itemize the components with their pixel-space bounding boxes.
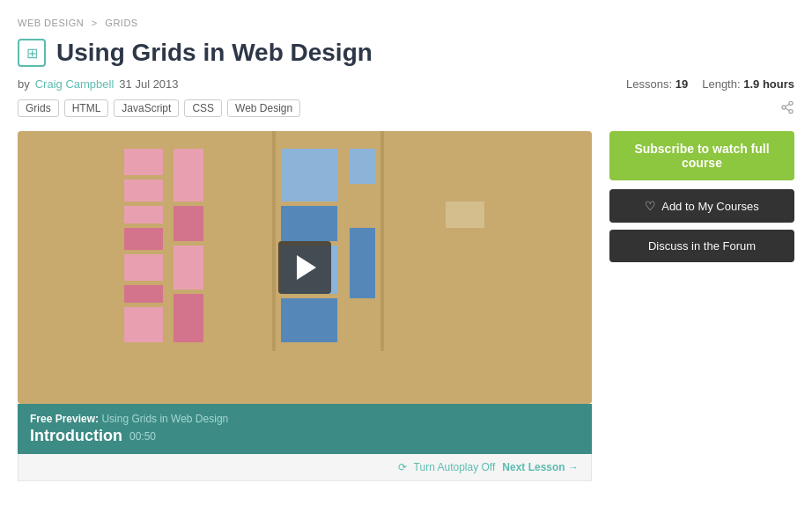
discuss-forum-button[interactable]: Discuss in the Forum bbox=[609, 230, 794, 262]
by-label: by bbox=[18, 77, 30, 91]
svg-rect-14 bbox=[124, 307, 163, 342]
meta-right: Lessons: 19 Length: 1.9 hours bbox=[626, 77, 794, 91]
svg-rect-30 bbox=[350, 228, 375, 298]
svg-rect-22 bbox=[272, 131, 276, 351]
video-info-bar: Free Preview: Using Grids in Web Design … bbox=[18, 404, 592, 454]
autoplay-bar: ⟳ Turn Autoplay Off Next Lesson → bbox=[18, 454, 592, 481]
svg-line-3 bbox=[786, 108, 790, 111]
svg-rect-32 bbox=[387, 131, 439, 351]
course-date: 31 Jul 2013 bbox=[119, 77, 178, 91]
svg-rect-10 bbox=[124, 206, 163, 224]
subscribe-button[interactable]: Subscribe to watch full course bbox=[609, 131, 794, 180]
svg-rect-21 bbox=[210, 131, 267, 351]
next-lesson-link[interactable]: Next Lesson → bbox=[502, 461, 579, 473]
svg-line-4 bbox=[786, 104, 790, 106]
tags-row: Grids HTML JavaScript CSS Web Design bbox=[18, 99, 794, 117]
video-section: Free Preview: Using Grids in Web Design … bbox=[18, 131, 592, 481]
play-icon bbox=[297, 255, 316, 280]
svg-rect-6 bbox=[49, 131, 120, 351]
svg-rect-11 bbox=[124, 228, 163, 250]
svg-rect-12 bbox=[124, 254, 163, 281]
svg-rect-9 bbox=[124, 180, 163, 202]
svg-point-2 bbox=[789, 109, 793, 113]
svg-rect-24 bbox=[281, 149, 337, 202]
meta-row: by Craig Campbell 31 Jul 2013 Lessons: 1… bbox=[18, 77, 794, 91]
course-icon: ⊞ bbox=[18, 39, 46, 67]
svg-rect-29 bbox=[350, 149, 375, 184]
length-meta: Length: 1.9 hours bbox=[702, 77, 794, 91]
tag-javascript[interactable]: JavaScript bbox=[114, 99, 179, 117]
share-icon[interactable] bbox=[780, 100, 794, 117]
svg-rect-18 bbox=[173, 246, 203, 289]
svg-rect-31 bbox=[380, 131, 384, 351]
sidebar: Subscribe to watch full course ♡ Add to … bbox=[609, 131, 794, 262]
autoplay-icon: ⟳ bbox=[398, 461, 407, 473]
svg-rect-8 bbox=[124, 149, 163, 175]
lesson-name: Introduction bbox=[30, 427, 122, 445]
turn-autoplay-off-link[interactable]: Turn Autoplay Off bbox=[414, 461, 496, 473]
forum-label: Discuss in the Forum bbox=[648, 239, 756, 253]
play-button[interactable] bbox=[278, 241, 331, 294]
meta-left: by Craig Campbell 31 Jul 2013 bbox=[18, 77, 179, 91]
page-title: Using Grids in Web Design bbox=[56, 39, 373, 67]
lessons-meta: Lessons: 19 bbox=[626, 77, 688, 91]
tag-grids[interactable]: Grids bbox=[18, 99, 59, 117]
svg-rect-34 bbox=[446, 202, 484, 228]
svg-rect-25 bbox=[281, 206, 337, 241]
svg-rect-35 bbox=[490, 131, 560, 351]
author-link[interactable]: Craig Campbell bbox=[35, 77, 114, 91]
add-to-courses-button[interactable]: ♡ Add to My Courses bbox=[609, 189, 794, 223]
tag-css[interactable]: CSS bbox=[184, 99, 222, 117]
free-preview-label: Free Preview: Using Grids in Web Design bbox=[30, 413, 579, 425]
svg-point-1 bbox=[782, 106, 786, 109]
tag-html[interactable]: HTML bbox=[64, 99, 109, 117]
heart-icon: ♡ bbox=[645, 199, 656, 213]
title-row: ⊞ Using Grids in Web Design bbox=[18, 39, 794, 67]
svg-rect-27 bbox=[281, 298, 337, 342]
video-container[interactable] bbox=[18, 131, 592, 404]
breadcrumb-separator: > bbox=[92, 18, 98, 28]
svg-rect-16 bbox=[173, 149, 203, 202]
svg-point-0 bbox=[789, 101, 793, 105]
add-courses-label: Add to My Courses bbox=[661, 200, 759, 213]
content-layout: Free Preview: Using Grids in Web Design … bbox=[18, 131, 794, 481]
svg-rect-33 bbox=[443, 131, 487, 351]
svg-rect-13 bbox=[124, 285, 163, 303]
breadcrumb-current: GRIDS bbox=[105, 18, 137, 28]
lesson-title-bar: Introduction 00:50 bbox=[30, 427, 579, 445]
breadcrumb-parent-link[interactable]: WEB DESIGN bbox=[18, 18, 84, 28]
lesson-time: 00:50 bbox=[129, 430, 156, 443]
svg-rect-17 bbox=[173, 206, 203, 241]
tag-webdesign[interactable]: Web Design bbox=[227, 99, 300, 117]
svg-rect-19 bbox=[173, 294, 203, 342]
breadcrumb: WEB DESIGN > GRIDS bbox=[18, 18, 794, 28]
